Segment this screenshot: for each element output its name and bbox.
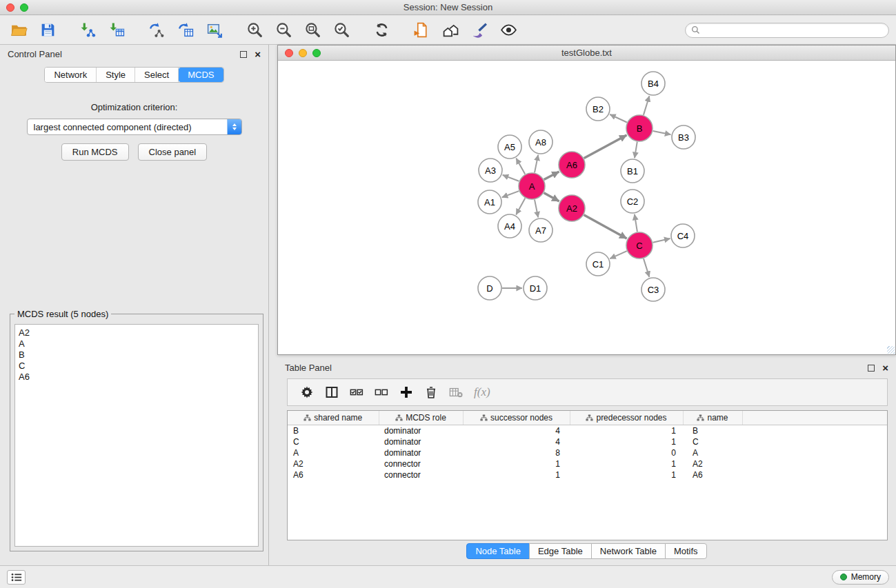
export-network-icon[interactable]: [145, 19, 168, 41]
mcds-result-item[interactable]: C: [19, 361, 255, 372]
zoom-in-icon[interactable]: [243, 19, 266, 41]
save-icon[interactable]: [36, 19, 59, 41]
graph-node-A1[interactable]: A1: [478, 190, 501, 214]
table-cell[interactable]: 1: [463, 469, 570, 480]
graph-node-D[interactable]: D: [478, 276, 501, 300]
add-icon[interactable]: [394, 382, 419, 403]
table-row[interactable]: A2connector11A2: [288, 458, 887, 469]
graph-edge-A-A3[interactable]: [503, 175, 519, 181]
table-cell[interactable]: dominator: [379, 425, 463, 436]
zoom-fit-icon[interactable]: [301, 19, 324, 41]
table-cell[interactable]: A: [683, 447, 742, 458]
graph-edge-A-A2[interactable]: [544, 193, 559, 201]
table-cell[interactable]: A6: [288, 469, 379, 480]
table-row[interactable]: Bdominator41B: [288, 425, 887, 436]
home-icon[interactable]: [439, 19, 462, 41]
graph-node-A6[interactable]: A6: [559, 152, 585, 178]
gear-icon[interactable]: [295, 382, 319, 403]
graph-node-C2[interactable]: C2: [621, 190, 644, 213]
open-folder-icon[interactable]: [7, 19, 30, 41]
graph-edge-A-A8[interactable]: [535, 155, 538, 173]
graph-edge-A-A7[interactable]: [535, 200, 538, 218]
tab-node-table[interactable]: Node Table: [466, 543, 530, 559]
show-panels-button[interactable]: [7, 570, 26, 585]
refresh-icon[interactable]: [370, 19, 393, 41]
export-image-icon[interactable]: [203, 19, 226, 41]
panel-splitter[interactable]: [269, 45, 277, 565]
graph-edge-A-A1[interactable]: [502, 191, 519, 197]
mcds-result-item[interactable]: A6: [19, 372, 255, 383]
table-cell[interactable]: 8: [463, 447, 570, 458]
table-cell[interactable]: connector: [379, 469, 463, 480]
zoom-out-icon[interactable]: [272, 19, 295, 41]
close-panel-icon[interactable]: ×: [255, 49, 261, 59]
graph-edge-A6-B[interactable]: [584, 135, 627, 159]
graph-edge-A-A4[interactable]: [516, 199, 525, 215]
graph-node-A[interactable]: A: [519, 173, 545, 199]
table-cell[interactable]: C: [683, 436, 742, 447]
delete-table-icon[interactable]: [444, 382, 468, 403]
tab-style[interactable]: Style: [97, 68, 135, 82]
table-cell[interactable]: 4: [463, 425, 570, 436]
table-row[interactable]: Adominator80A: [288, 447, 887, 458]
table-cell[interactable]: A6: [683, 469, 742, 480]
table-row[interactable]: Cdominator41C: [288, 436, 887, 447]
delete-icon[interactable]: [419, 382, 444, 403]
column-header-shared-name[interactable]: shared name: [288, 411, 379, 425]
table-cell[interactable]: C: [288, 436, 379, 447]
memory-button[interactable]: Memory: [832, 570, 889, 585]
graph-node-A2[interactable]: A2: [559, 195, 585, 221]
graph-edge-C-C3[interactable]: [644, 258, 649, 277]
graph-node-B[interactable]: B: [626, 115, 653, 141]
column-header-successor-nodes[interactable]: successor nodes: [463, 411, 570, 425]
network-zoom-button[interactable]: [312, 49, 321, 57]
graph-edge-B-B1[interactable]: [635, 142, 637, 159]
graph-node-B1[interactable]: B1: [621, 159, 644, 183]
graph-edge-C-C4[interactable]: [653, 239, 670, 243]
mcds-result-item[interactable]: A: [19, 338, 255, 349]
tab-select[interactable]: Select: [135, 68, 179, 82]
table-cell[interactable]: dominator: [379, 447, 463, 458]
close-panel-button[interactable]: Close panel: [138, 143, 208, 161]
deselect-all-icon[interactable]: [369, 382, 394, 403]
graph-node-A5[interactable]: A5: [498, 135, 521, 159]
graph-node-A8[interactable]: A8: [529, 130, 552, 154]
table-cell[interactable]: 0: [570, 447, 683, 458]
table-cell[interactable]: 4: [463, 436, 570, 447]
export-table-icon[interactable]: [174, 19, 197, 41]
graph-edge-A-A5[interactable]: [516, 159, 525, 174]
table-cell[interactable]: A: [288, 447, 379, 458]
tab-network[interactable]: Network: [45, 68, 97, 82]
graph-edge-C-C2[interactable]: [635, 214, 637, 232]
column-header-predecessor-nodes[interactable]: predecessor nodes: [570, 411, 683, 425]
graph-node-C4[interactable]: C4: [671, 224, 695, 247]
function-builder-icon[interactable]: f(x): [474, 385, 490, 399]
open-document-icon[interactable]: [410, 19, 433, 41]
tab-motifs[interactable]: Motifs: [665, 543, 707, 559]
float-panel-icon[interactable]: [240, 51, 247, 58]
table-cell[interactable]: connector: [379, 458, 463, 469]
graph-node-C3[interactable]: C3: [641, 278, 665, 301]
network-minimize-button[interactable]: [299, 49, 307, 57]
column-header-name[interactable]: name: [683, 411, 742, 425]
zoom-selected-icon[interactable]: [330, 19, 353, 41]
float-table-panel-icon[interactable]: [868, 365, 875, 372]
graph-node-B3[interactable]: B3: [672, 125, 695, 149]
tab-network-table[interactable]: Network Table: [591, 543, 666, 559]
close-table-panel-icon[interactable]: ×: [882, 363, 888, 373]
table-cell[interactable]: 1: [570, 458, 683, 469]
graph-node-D1[interactable]: D1: [524, 276, 547, 300]
mcds-result-item[interactable]: A2: [19, 327, 255, 338]
table-cell[interactable]: B: [288, 425, 379, 436]
network-graph[interactable]: AA1A2A3A4A5A6A7A8BB1B2B3B4CC1C2C3C4DD1: [278, 61, 895, 354]
graph-node-C1[interactable]: C1: [586, 252, 610, 276]
table-cell[interactable]: 1: [570, 425, 683, 436]
eye-icon[interactable]: [497, 19, 520, 41]
tab-mcds[interactable]: MCDS: [179, 68, 223, 82]
graph-edge-B-B2[interactable]: [610, 114, 627, 123]
table-cell[interactable]: B: [683, 425, 742, 436]
import-table-icon[interactable]: [105, 19, 128, 41]
graph-node-A7[interactable]: A7: [529, 219, 552, 242]
graph-node-C[interactable]: C: [626, 232, 653, 258]
graph-edge-B-B4[interactable]: [644, 96, 650, 115]
